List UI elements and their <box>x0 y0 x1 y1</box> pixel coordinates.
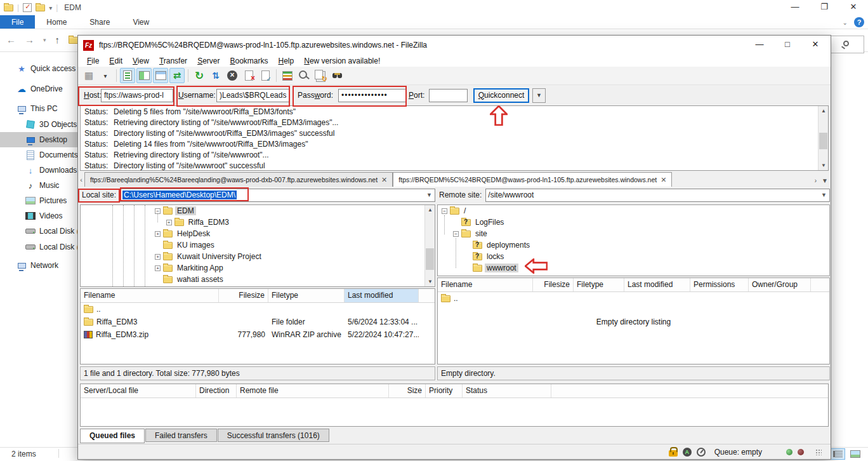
cancel-icon[interactable] <box>225 68 240 83</box>
tree-expander-plus-icon[interactable]: + <box>166 220 172 225</box>
local-tree-item[interactable]: + Markiting App <box>81 262 435 274</box>
filezilla-close-button[interactable]: ✕ <box>801 36 829 55</box>
filezilla-maximize-button[interactable]: □ <box>773 36 801 55</box>
site-manager-icon[interactable] <box>81 68 96 83</box>
tab-close-icon[interactable]: ✕ <box>381 176 387 184</box>
thumbnail-view-button[interactable] <box>848 448 863 460</box>
column-header-filename[interactable]: Filename <box>438 278 533 291</box>
column-header-last-modified[interactable]: Last modified <box>624 278 690 291</box>
column-header-direction[interactable]: Direction <box>196 384 237 398</box>
menu-item-edit[interactable]: Edit <box>104 57 128 65</box>
password-input[interactable]: •••••••••••••• <box>338 89 407 102</box>
local-tree-item[interactable]: + HelpDesk <box>81 228 435 239</box>
port-input[interactable] <box>429 89 468 102</box>
remote-tree-item[interactable]: wwwroot <box>438 262 829 274</box>
column-header-permissions[interactable]: Permissions <box>690 278 749 291</box>
quick-access-toolbar-dropdown-icon[interactable]: ▾ <box>49 4 52 11</box>
local-site-combobox[interactable]: C:\Users\Hameed\Desktop\EDM\ ▼ <box>120 189 435 202</box>
filezilla-minimize-button[interactable]: — <box>746 36 773 55</box>
sync-icon[interactable] <box>313 68 328 83</box>
column-header-filename[interactable]: Filename <box>81 289 219 302</box>
tab-close-icon[interactable]: ✕ <box>661 176 666 184</box>
column-header-owner-group[interactable]: Owner/Group <box>749 278 811 291</box>
process-queue-icon[interactable] <box>208 68 223 83</box>
username-input[interactable]: )Leads\$BRQLeads <box>216 89 290 102</box>
remote-tree-item[interactable]: locks <box>438 251 829 262</box>
ribbon-tab-file[interactable]: File <box>0 15 35 29</box>
explorer-minimize-button[interactable]: — <box>780 0 810 15</box>
toggle-log-icon[interactable] <box>120 68 135 83</box>
remote-tree-item[interactable]: − / <box>438 205 829 217</box>
scroll-up-icon[interactable]: ▲ <box>819 106 829 116</box>
sidebar-item-quick-access[interactable]: Quick access <box>0 61 77 76</box>
forward-icon[interactable]: → <box>25 34 34 45</box>
local-tree-item[interactable]: KU images <box>81 239 435 251</box>
column-header-remote-file[interactable]: Remote file <box>237 384 389 398</box>
queue-tab-successful-transfers-1016-[interactable]: Successful transfers (1016) <box>218 429 329 442</box>
sidebar-item-pictures[interactable]: Pictures <box>0 193 77 208</box>
ribbon-collapse-icon[interactable]: ⌄ <box>843 19 848 26</box>
menu-item-new[interactable]: New version available! <box>299 57 385 65</box>
sidebar-item-desktop[interactable]: Desktop <box>0 132 77 147</box>
sidebar-item-onedrive[interactable]: OneDrive <box>0 81 77 97</box>
reconnect-icon[interactable] <box>258 68 273 83</box>
speed-limit-icon[interactable] <box>697 448 706 457</box>
toggle-local-tree-icon[interactable] <box>136 68 152 83</box>
resize-grip[interactable] <box>815 449 822 455</box>
file-row[interactable]: Riffa_EDM3File folder5/6/2024 12:33:04 .… <box>81 316 435 328</box>
menu-item-file[interactable]: File <box>82 57 104 65</box>
tree-expander-minus-icon[interactable]: − <box>453 231 459 237</box>
remote-tree-item[interactable]: − site <box>438 228 829 239</box>
local-tree-scrollbar[interactable]: ▲ ▼ <box>424 205 435 286</box>
remote-site-combobox[interactable]: /site/wwwroot ▼ <box>485 189 830 202</box>
ribbon-tab-view[interactable]: View <box>121 15 161 29</box>
disconnect-icon[interactable] <box>241 68 256 83</box>
log-scrollbar[interactable]: ▲ ▼ <box>818 106 828 170</box>
filezilla-titlebar[interactable]: Fz ftps://BRQEDM%5C%24BRQEDM@waws-prod-l… <box>78 36 831 55</box>
scroll-down-icon[interactable]: ▼ <box>425 277 435 286</box>
column-header-filetype[interactable]: Filetype <box>268 289 345 302</box>
sidebar-item-music[interactable]: Music <box>0 178 77 193</box>
column-header-last-modified[interactable]: Last modified <box>345 289 419 302</box>
tab-scroll-right-icon[interactable]: › <box>815 177 817 184</box>
remote-tree-item[interactable]: deployments <box>438 239 829 251</box>
sidebar-item-this-pc[interactable]: This PC <box>0 101 77 116</box>
tree-expander-minus-icon[interactable]: − <box>155 208 161 214</box>
recent-locations-dropdown-icon[interactable]: ▾ <box>43 37 46 43</box>
local-tree-item[interactable]: − EDM <box>81 205 435 217</box>
sidebar-item-network[interactable]: Network <box>0 258 77 273</box>
ribbon-tab-home[interactable]: Home <box>35 15 78 29</box>
quickconnect-button[interactable]: Quickconnect <box>473 88 529 103</box>
up-icon[interactable]: ↑ <box>55 34 60 45</box>
ribbon-tab-share[interactable]: Share <box>78 15 121 29</box>
explorer-restore-button[interactable]: ❐ <box>810 0 839 15</box>
refresh-icon[interactable] <box>192 68 207 83</box>
file-row[interactable]: .. <box>438 292 829 305</box>
menu-item-transfer[interactable]: Transfer <box>154 57 192 65</box>
back-icon[interactable]: ← <box>6 34 16 45</box>
menu-item-view[interactable]: View <box>128 57 154 65</box>
file-row[interactable]: Riffa_EDM3.zip777,980WinRAR ZIP archive5… <box>81 328 435 341</box>
sidebar-item-local-disk-c-[interactable]: Local Disk (C: <box>0 224 77 239</box>
find-icon[interactable] <box>329 68 345 83</box>
column-header-filesize[interactable]: Filesize <box>219 289 268 302</box>
sidebar-item-local-disk-d-[interactable]: Local Disk (D: <box>0 239 77 255</box>
column-header-size[interactable]: Size <box>389 384 426 398</box>
scroll-down-icon[interactable]: ▼ <box>819 161 829 170</box>
remote-tree-item[interactable]: LogFiles <box>438 217 829 228</box>
combo-dropdown-icon[interactable]: ▼ <box>821 192 827 198</box>
details-view-button[interactable] <box>830 448 845 460</box>
local-tree-item[interactable]: + Riffa_EDM3 <box>81 217 435 228</box>
menu-item-server[interactable]: Server <box>192 57 225 65</box>
folder-icon[interactable] <box>36 4 45 11</box>
host-input[interactable]: ftps://waws-prod-l <box>101 89 173 102</box>
column-header-filesize[interactable]: Filesize <box>533 278 574 291</box>
filter-icon[interactable] <box>280 68 295 83</box>
secure-connection-lock-icon[interactable] <box>669 450 678 457</box>
sidebar-item-downloads[interactable]: Downloads <box>0 163 77 178</box>
toggle-remote-tree-icon[interactable] <box>153 68 168 83</box>
column-header-filetype[interactable]: Filetype <box>574 278 624 291</box>
scroll-up-icon[interactable]: ▲ <box>425 205 435 215</box>
sidebar-item-videos[interactable]: Videos <box>0 208 77 224</box>
help-icon[interactable]: ? <box>854 17 864 27</box>
